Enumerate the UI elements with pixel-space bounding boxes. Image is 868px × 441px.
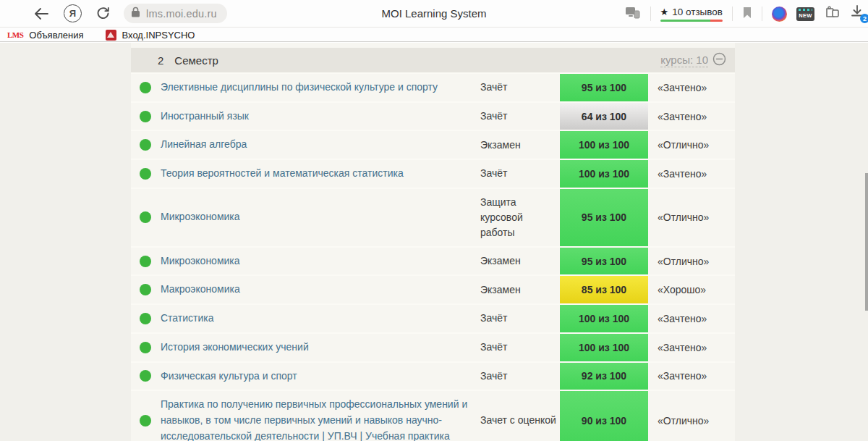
assessment-type-cell: Зачёт: [480, 103, 560, 130]
star-icon: ★: [660, 7, 669, 17]
grade-cell: «Отлично»: [648, 391, 735, 441]
devices-icon[interactable]: [625, 6, 641, 22]
assessment-type-cell: Экзамен: [480, 248, 560, 275]
bookmark-item-inpsycho[interactable]: Вход.INPSYCHO: [106, 28, 195, 41]
bookmark-label: Объявления: [29, 30, 83, 41]
yandex-logo-icon[interactable]: Я: [64, 4, 82, 22]
table-row: Физическая культура и спортЗачёт92 из 10…: [131, 361, 735, 390]
score-badge: 95 из 100: [560, 248, 648, 275]
semester-2-courses-toggle[interactable]: курсы: 10: [660, 52, 726, 68]
collapse-minus-icon[interactable]: [712, 52, 726, 68]
bookmarks-bar: LMS Объявления Вход.INPSYCHO: [0, 28, 868, 42]
status-dot-icon: [140, 342, 151, 353]
assessment-type-cell: Экзамен: [480, 131, 560, 159]
course-cell: Иностранный язык: [159, 103, 480, 130]
assessment-type-cell: Зачёт: [480, 74, 560, 101]
previous-section-strip: [131, 43, 735, 48]
status-dot-icon: [140, 211, 151, 223]
course-cell: Теория вероятностей и математическая ста…: [159, 160, 480, 188]
score-badge: 85 из 100: [560, 276, 648, 303]
semester-label: Семестр: [174, 54, 218, 67]
grades-table: 2 Семестр курсы: 10 Элективные дисциплин…: [131, 43, 735, 441]
assessment-type-cell: Зачёт: [480, 334, 560, 361]
course-link[interactable]: Иностранный язык: [161, 109, 249, 125]
assessment-type-cell: Зачёт: [480, 160, 560, 188]
grade-cell: «Зачтено»: [648, 74, 735, 101]
status-dot-icon: [140, 284, 151, 295]
address-bar[interactable]: lms.moi.edu.ru: [124, 4, 227, 23]
score-badge: 92 из 100: [560, 363, 648, 390]
score-cell: 100 из 100: [560, 334, 648, 361]
bookmark-item-announcements[interactable]: LMS Объявления: [7, 28, 84, 41]
course-cell: Макроэкономика: [159, 276, 480, 303]
bookmark-label: Вход.INPSYCHO: [122, 30, 195, 41]
new-badge-label: NEW: [799, 12, 812, 21]
score-cell: 64 из 100: [560, 103, 648, 130]
table-row: Линейная алгебраЭкзамен100 из 100«Отличн…: [131, 130, 735, 159]
toolbar-right-cluster: ★ 10 отзывов NEW 2: [625, 0, 868, 28]
url-text: lms.moi.edu.ru: [146, 8, 217, 20]
status-cell: [131, 276, 159, 303]
score-cell: 100 из 100: [560, 131, 648, 159]
course-link[interactable]: Теория вероятностей и математическая ста…: [161, 166, 404, 182]
site-reviews-button[interactable]: ★ 10 отзывов: [660, 7, 723, 22]
semester-number: 2: [158, 54, 163, 67]
downloads-badge: 2: [860, 14, 868, 23]
new-extension-icon[interactable]: NEW: [796, 7, 814, 21]
score-cell: 92 из 100: [560, 363, 648, 390]
grade-cell: «Зачтено»: [648, 103, 735, 130]
score-badge: 90 из 100: [560, 391, 648, 441]
status-cell: [131, 189, 159, 246]
status-cell: [131, 160, 159, 188]
grades-rows: Элективные дисциплины по физической куль…: [131, 72, 735, 441]
course-link[interactable]: Линейная алгебра: [161, 137, 247, 153]
grade-cell: «Отлично»: [648, 131, 735, 159]
status-cell: [131, 74, 159, 101]
semester-2-header: 2 Семестр курсы: 10: [131, 48, 735, 72]
course-link[interactable]: Практика по получению первичных професси…: [161, 397, 472, 441]
table-row: МикроэкономикаЗащита курсовой работы95 и…: [131, 188, 735, 246]
status-cell: [131, 131, 159, 159]
score-cell: 85 из 100: [560, 276, 648, 303]
reviews-count-label: 10 отзывов: [672, 7, 723, 17]
downloads-icon[interactable]: 2: [850, 4, 867, 23]
browser-window: Я lms.moi.edu.ru MOI Learning System ★ 1…: [0, 0, 868, 441]
grade-cell: «Зачтено»: [648, 160, 735, 188]
extension-browser-icon[interactable]: [772, 7, 787, 22]
lms-favicon: LMS: [7, 30, 23, 39]
score-badge: 64 из 100: [560, 103, 648, 130]
course-link[interactable]: Элективные дисциплины по физической куль…: [161, 80, 438, 96]
course-cell: Физическая культура и спорт: [159, 363, 480, 390]
status-dot-icon: [140, 415, 151, 427]
lock-icon: [131, 7, 140, 20]
course-link[interactable]: Микроэкономика: [161, 209, 240, 225]
status-cell: [131, 363, 159, 390]
course-link[interactable]: Статистика: [161, 311, 214, 327]
collections-icon[interactable]: [824, 6, 841, 22]
status-dot-icon: [140, 256, 151, 267]
status-dot-icon: [140, 111, 151, 122]
status-dot-icon: [140, 82, 151, 93]
course-cell: Микроэкономика: [159, 248, 480, 275]
course-link[interactable]: История экономических учений: [161, 340, 309, 356]
course-link[interactable]: Микроэкономика: [161, 253, 240, 269]
score-cell: 95 из 100: [560, 74, 648, 101]
course-cell: Линейная алгебра: [159, 131, 480, 159]
table-row: Практика по получению первичных професси…: [131, 390, 735, 441]
back-icon[interactable]: [33, 6, 49, 22]
divider: [732, 7, 733, 21]
status-cell: [131, 334, 159, 361]
course-link[interactable]: Макроэкономика: [161, 282, 240, 298]
score-badge: 100 из 100: [560, 160, 648, 188]
vertical-scrollbar[interactable]: [865, 173, 868, 311]
page-title: MOI Learning System: [381, 7, 486, 20]
course-link[interactable]: Физическая культура и спорт: [161, 369, 297, 385]
status-dot-icon: [140, 139, 151, 151]
score-cell: 100 из 100: [560, 305, 648, 332]
score-badge: 100 из 100: [560, 334, 648, 361]
table-row: Теория вероятностей и математическая ста…: [131, 159, 735, 188]
refresh-icon[interactable]: [95, 6, 111, 22]
bookmark-flag-icon[interactable]: [742, 7, 752, 22]
table-row: МикроэкономикаЭкзамен95 из 100«Отлично»: [131, 246, 735, 275]
table-row: МакроэкономикаЭкзамен85 из 100«Хорошо»: [131, 274, 735, 303]
